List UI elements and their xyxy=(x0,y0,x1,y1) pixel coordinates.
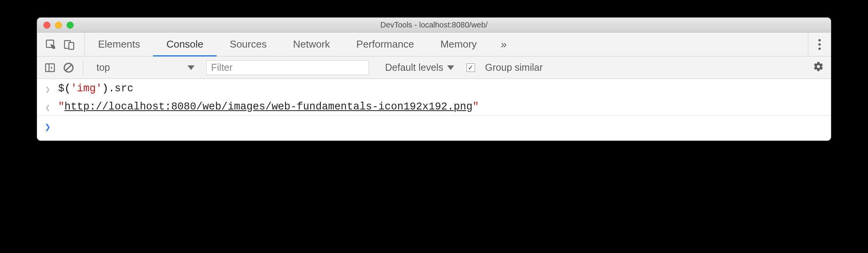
log-levels-select[interactable]: Default levels xyxy=(385,62,454,73)
result-url-link[interactable]: http://localhost:8080/web/images/web-fun… xyxy=(64,101,472,113)
code-string: 'img' xyxy=(71,83,102,94)
console-sidebar-toggle-icon[interactable] xyxy=(44,62,56,74)
levels-label: Default levels xyxy=(385,62,443,73)
caret-down-icon xyxy=(447,65,454,70)
kebab-icon xyxy=(818,39,821,50)
inspect-icon[interactable] xyxy=(45,39,57,50)
code-paren: ( xyxy=(64,83,71,94)
svg-rect-3 xyxy=(46,64,55,72)
group-similar-checkbox[interactable]: ✓ xyxy=(467,63,475,72)
tabbar-menu[interactable] xyxy=(808,32,831,56)
console-settings-icon[interactable] xyxy=(813,61,824,74)
window-title: DevTools - localhost:8080/web/ xyxy=(37,21,831,29)
quote: " xyxy=(58,101,64,113)
console-output: "http://localhost:8080/web/images/web-fu… xyxy=(58,101,479,113)
minimize-button[interactable] xyxy=(55,22,62,29)
close-button[interactable] xyxy=(43,22,50,29)
svg-rect-2 xyxy=(69,43,74,50)
tab-sources[interactable]: Sources xyxy=(217,32,280,56)
tabs: Elements Console Sources Network Perform… xyxy=(85,32,808,56)
group-similar-label: Group similar xyxy=(485,62,543,73)
console-input-code[interactable]: $('img').src xyxy=(58,83,133,94)
traffic-lights xyxy=(37,22,74,29)
console-toolbar: top Default levels ✓ Group similar xyxy=(37,56,831,79)
devtools-window: DevTools - localhost:8080/web/ Elements … xyxy=(37,17,831,141)
code-fn: $ xyxy=(58,83,64,94)
caret-down-icon xyxy=(188,65,195,70)
titlebar: DevTools - localhost:8080/web/ xyxy=(37,18,831,32)
tabbar-left xyxy=(37,32,85,56)
console-output-row: ❯ "http://localhost:8080/web/images/web-… xyxy=(37,97,831,115)
svg-line-6 xyxy=(66,65,72,70)
tabs-overflow[interactable]: » xyxy=(490,32,518,56)
tab-console[interactable]: Console xyxy=(153,32,216,56)
tabbar: Elements Console Sources Network Perform… xyxy=(37,32,831,56)
filter-input[interactable] xyxy=(206,60,369,75)
tab-performance[interactable]: Performance xyxy=(343,32,427,56)
clear-console-icon[interactable] xyxy=(63,62,74,74)
tab-network[interactable]: Network xyxy=(280,32,343,56)
console-body: ❯ $('img').src ❯ "http://localhost:8080/… xyxy=(37,79,831,140)
code-paren: ) xyxy=(102,83,108,94)
code-prop: .src xyxy=(108,83,134,94)
quote: " xyxy=(472,101,479,113)
separator xyxy=(83,61,83,75)
tab-memory[interactable]: Memory xyxy=(427,32,490,56)
device-toggle-icon[interactable] xyxy=(64,39,75,50)
prompt-chevron-icon: ❯ xyxy=(44,120,51,133)
scope-label: top xyxy=(96,62,110,73)
output-chevron-icon: ❯ xyxy=(44,101,51,113)
tab-elements[interactable]: Elements xyxy=(85,32,153,56)
console-prompt-row[interactable]: ❯ xyxy=(37,116,831,140)
maximize-button[interactable] xyxy=(67,22,74,29)
execution-context-select[interactable]: top xyxy=(92,60,199,75)
input-chevron-icon: ❯ xyxy=(44,83,51,95)
console-input-row: ❯ $('img').src xyxy=(37,79,831,97)
